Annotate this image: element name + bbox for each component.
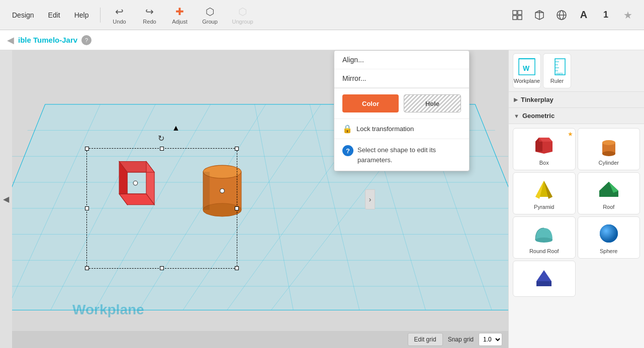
tinkerplay-section-header[interactable]: ▶ Tinkerplay	[509, 92, 644, 108]
svg-marker-72	[536, 270, 551, 281]
adjust-icon: ✚	[175, 6, 184, 18]
project-title: ible Tumelo-Jarv	[18, 36, 77, 44]
fp-buttons: Color Hole	[334, 88, 469, 119]
ungroup-button[interactable]: ⬡ Ungroup	[225, 4, 260, 27]
align-menu-item[interactable]: Align...	[334, 51, 469, 69]
geometric-label: Geometric	[522, 112, 555, 120]
cube-view-icon[interactable]	[530, 6, 548, 24]
lock-label: Lock transformation	[356, 125, 414, 133]
svg-text:mm: mm	[556, 71, 563, 76]
main: ◀	[0, 50, 644, 348]
floating-panel: Align... Mirror... Color Hole 🔒 Lock tra…	[334, 50, 470, 171]
shape-pyramid-label: Pyramid	[534, 204, 554, 210]
snap-select[interactable]: 1.0 0.5 2.0	[479, 333, 502, 346]
shape-sphere-label: Sphere	[600, 248, 617, 254]
left-nav-toggle[interactable]: ◀	[0, 50, 12, 348]
undo-button[interactable]: ↩ Undo	[105, 4, 135, 27]
shape-pyramid[interactable]: Pyramid	[513, 172, 576, 214]
svg-rect-73	[536, 281, 551, 286]
svg-rect-1	[518, 11, 522, 15]
svg-point-69	[535, 238, 553, 243]
hole-button[interactable]: Hole	[404, 94, 461, 112]
svg-point-60	[602, 140, 615, 145]
adjust-label: Adjust	[172, 19, 188, 25]
workplane-tool[interactable]: W Workplane	[513, 53, 541, 88]
shape-cylinder[interactable]: Cylinder	[578, 128, 640, 170]
info-row: ? Select one shape to edit its parameter…	[334, 139, 469, 171]
svg-point-39	[133, 181, 138, 185]
right-toolbar: A 1 ★	[508, 6, 639, 24]
sp-top-icons: W Workplane mm Ruler	[509, 50, 644, 92]
left-arrow[interactable]: ◀	[7, 35, 14, 46]
left-nav-arrow: ◀	[3, 194, 9, 204]
shape-box[interactable]: ★ Box	[513, 128, 576, 170]
info-icon: ?	[342, 145, 353, 156]
redo-icon: ↪	[145, 6, 154, 18]
undo-label: Undo	[113, 19, 126, 25]
ungroup-icon: ⬡	[238, 6, 247, 18]
ungroup-label: Ungroup	[232, 19, 253, 25]
number-view-icon[interactable]: 1	[597, 6, 615, 24]
svg-rect-2	[513, 16, 517, 20]
shape-round-roof-label: Round Roof	[529, 248, 559, 254]
svg-marker-57	[535, 142, 542, 152]
ruler-label: Ruler	[550, 78, 564, 84]
svg-marker-58	[542, 142, 553, 152]
shape-roof[interactable]: Roof	[578, 172, 640, 214]
svg-point-71	[600, 224, 618, 243]
group-icon: ⬡	[206, 6, 214, 18]
adjust-button[interactable]: ✚ Adjust	[165, 4, 195, 27]
group-label: Group	[202, 19, 218, 25]
grid-view-icon[interactable]	[508, 6, 526, 24]
viewport[interactable]: Workplane	[12, 50, 508, 348]
star-view-icon[interactable]: ★	[619, 6, 637, 24]
redo-button[interactable]: ↪ Redo	[135, 4, 165, 27]
topbar: Design Edit Help ↩ Undo ↪ Redo ✚ Adjust …	[0, 0, 644, 30]
divider	[100, 8, 101, 23]
tinkerplay-label: Tinkerplay	[521, 96, 554, 103]
shape-box-label: Box	[539, 160, 549, 166]
menu-design[interactable]: Design	[5, 8, 41, 22]
ruler-tool[interactable]: mm Ruler	[543, 53, 571, 88]
shape-round-roof[interactable]: Round Roof	[513, 216, 576, 259]
svg-text:W: W	[523, 64, 530, 72]
svg-point-44	[220, 189, 225, 193]
menu-edit[interactable]: Edit	[41, 8, 67, 22]
bottom-bar: Edit grid Snap grid 1.0 0.5 2.0	[12, 331, 508, 348]
menu-help[interactable]: Help	[67, 8, 96, 22]
lock-row: 🔒 Lock transformation	[334, 119, 469, 139]
tinkerplay-arrow: ▶	[514, 96, 518, 103]
orange-cylinder-shape[interactable]	[197, 158, 247, 225]
lock-icon: 🔒	[342, 124, 352, 134]
shape-extra[interactable]	[513, 261, 576, 297]
shape-roof-label: Roof	[603, 204, 614, 210]
text-view-icon[interactable]: A	[575, 6, 593, 24]
undo-icon: ↩	[115, 6, 124, 18]
shape-cylinder-label: Cylinder	[599, 160, 619, 166]
edit-grid-button[interactable]: Edit grid	[408, 333, 443, 346]
mirror-menu-item[interactable]: Mirror...	[334, 69, 469, 88]
workplane-label-sp: Workplane	[514, 78, 540, 84]
svg-rect-43	[203, 172, 210, 210]
snap-grid-label: Snap grid	[448, 336, 474, 343]
help-button[interactable]: ?	[81, 35, 91, 45]
shapes-panel: W Workplane mm Ruler ▶ Tinkerplay	[508, 50, 644, 348]
color-button[interactable]: Color	[342, 94, 399, 112]
svg-rect-0	[513, 11, 517, 15]
info-text: Select one shape to edit its parameters.	[357, 145, 461, 165]
svg-point-61	[602, 151, 615, 156]
geometric-arrow: ▼	[514, 113, 519, 119]
star-badge-box: ★	[568, 131, 573, 138]
panel-toggle[interactable]: ›	[365, 189, 375, 209]
redo-label: Redo	[143, 19, 156, 25]
group-button[interactable]: ⬡ Group	[195, 4, 225, 27]
red-box-shape[interactable]	[103, 151, 163, 223]
svg-rect-3	[518, 16, 522, 20]
titlebar: ◀ ible Tumelo-Jarv ?	[0, 30, 644, 50]
shape-sphere[interactable]: Sphere	[578, 216, 640, 259]
shapes-grid: ★ Box Cylinder	[509, 124, 644, 301]
sphere-view-icon[interactable]	[553, 6, 571, 24]
geometric-section-header[interactable]: ▼ Geometric	[509, 108, 644, 124]
